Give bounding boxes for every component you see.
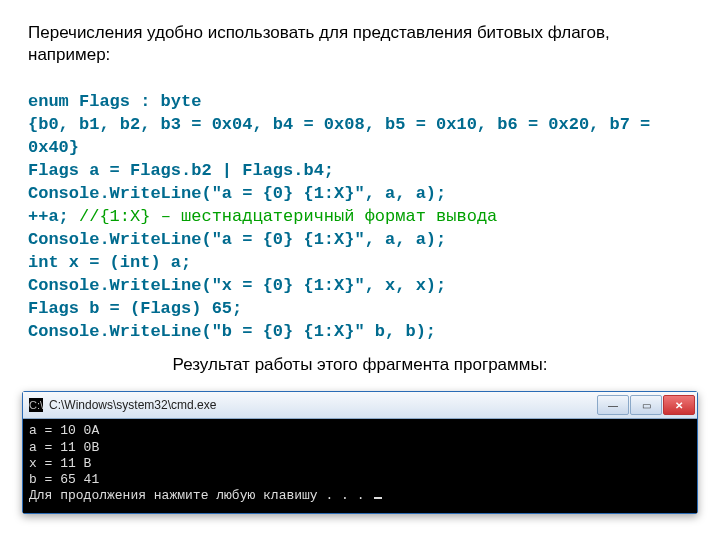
code-line: ++a; — [28, 207, 79, 226]
code-line: Console.WriteLine("b = {0} {1:X}" b, b); — [28, 322, 436, 341]
close-button[interactable]: ✕ — [663, 395, 695, 415]
result-caption: Результат работы этого фрагмента програм… — [28, 355, 692, 375]
code-line: Flags b = (Flags) 65; — [28, 299, 242, 318]
code-line: Console.WriteLine("a = {0} {1:X}", a, a)… — [28, 230, 446, 249]
code-line: int x = (int) a; — [28, 253, 191, 272]
code-line: Flags a = Flags.b2 | Flags.b4; — [28, 161, 334, 180]
output-line: x = 11 B — [29, 456, 91, 471]
code-line: Console.WriteLine("a = {0} {1:X}", a, a)… — [28, 184, 446, 203]
output-line: a = 10 0A — [29, 423, 99, 438]
code-block: enum Flags : byte {b0, b1, b2, b3 = 0x04… — [28, 68, 692, 343]
code-line: Console.WriteLine("x = {0} {1:X}", x, x)… — [28, 276, 446, 295]
window-titlebar: C:\ C:\Windows\system32\cmd.exe — ▭ ✕ — [23, 392, 697, 419]
code-line: enum Flags : byte — [28, 92, 201, 111]
code-line: {b0, b1, b2, b3 = 0x04, b4 = 0x08, b5 = … — [28, 115, 661, 157]
cursor-icon — [374, 497, 382, 499]
window-title: C:\Windows\system32\cmd.exe — [49, 398, 597, 412]
code-comment: //{1:X} – шестнадцатеричный формат вывод… — [79, 207, 497, 226]
window-buttons: — ▭ ✕ — [597, 395, 695, 415]
output-line: a = 11 0B — [29, 440, 99, 455]
maximize-button[interactable]: ▭ — [630, 395, 662, 415]
output-line: Для продолжения нажмите любую клавишу . … — [29, 488, 372, 503]
output-line: b = 65 41 — [29, 472, 99, 487]
intro-text: Перечисления удобно использовать для пре… — [28, 22, 692, 66]
minimize-button[interactable]: — — [597, 395, 629, 415]
console-window: C:\ C:\Windows\system32\cmd.exe — ▭ ✕ a … — [22, 391, 698, 513]
cmd-icon: C:\ — [29, 398, 43, 412]
console-output: a = 10 0A a = 11 0B x = 11 B b = 65 41 Д… — [23, 419, 697, 512]
